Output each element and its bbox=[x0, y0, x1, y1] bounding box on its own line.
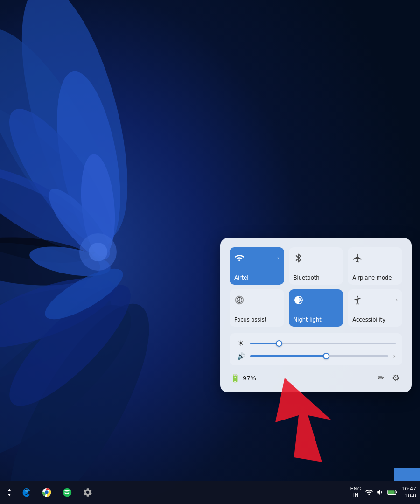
brightness-icon: ☀ bbox=[236, 339, 245, 348]
focus-icon bbox=[234, 295, 245, 305]
sliders-section: ☀ 🔊 › bbox=[230, 333, 402, 365]
focus-assist-icon-row bbox=[234, 295, 280, 305]
blue-rect-decoration bbox=[394, 468, 420, 481]
night-light-icon bbox=[294, 295, 304, 305]
airplane-label: Airplane mode bbox=[352, 274, 392, 281]
airplane-icon bbox=[352, 253, 363, 263]
accessibility-icon bbox=[352, 295, 363, 305]
tray-volume-icon[interactable] bbox=[376, 488, 385, 497]
volume-slider[interactable] bbox=[250, 355, 388, 357]
language-indicator[interactable]: ENGIN bbox=[350, 486, 362, 499]
svg-point-20 bbox=[89, 243, 107, 261]
quick-settings-grid: › Airtel Bluetooth Airplane mode bbox=[230, 247, 402, 327]
taskbar: ENGIN 10:47 10-0 bbox=[0, 481, 420, 504]
volume-slider-row: 🔊 › bbox=[236, 352, 396, 360]
bluetooth-tile[interactable]: Bluetooth bbox=[289, 247, 343, 285]
volume-expand-arrow[interactable]: › bbox=[393, 352, 396, 360]
svg-point-32 bbox=[63, 488, 71, 497]
volume-thumb bbox=[323, 353, 329, 359]
taskbar-right-area: ENGIN 10:47 10-0 bbox=[350, 485, 416, 500]
night-light-icon-row bbox=[294, 295, 339, 305]
volume-icon: 🔊 bbox=[236, 352, 245, 360]
bluetooth-tile-icon-row bbox=[294, 253, 339, 263]
taskbar-settings-app[interactable] bbox=[78, 483, 97, 502]
brightness-thumb bbox=[276, 340, 282, 347]
focus-assist-tile[interactable]: Focus assist bbox=[230, 289, 284, 327]
svg-line-25 bbox=[301, 298, 301, 299]
bluetooth-icon bbox=[294, 253, 304, 263]
qs-bottom-bar: 🔋 97% ✏ ⚙ bbox=[230, 371, 402, 385]
bluetooth-label: Bluetooth bbox=[294, 274, 320, 281]
svg-point-28 bbox=[357, 296, 358, 298]
wifi-tile[interactable]: › Airtel bbox=[230, 247, 284, 285]
taskbar-spotify-app[interactable] bbox=[58, 483, 77, 502]
wifi-icon bbox=[234, 253, 245, 263]
battery-icon: 🔋 bbox=[231, 374, 240, 383]
focus-assist-label: Focus assist bbox=[234, 316, 266, 323]
taskbar-overflow-button[interactable] bbox=[4, 487, 15, 498]
taskbar-apps bbox=[4, 483, 97, 502]
qs-action-buttons: ✏ ⚙ bbox=[376, 371, 401, 385]
svg-point-29 bbox=[25, 490, 29, 492]
brightness-slider-row: ☀ bbox=[236, 339, 396, 348]
svg-rect-35 bbox=[388, 490, 395, 494]
tray-icons bbox=[365, 488, 398, 497]
brightness-fill bbox=[250, 343, 279, 344]
accessibility-label: Accessibility bbox=[352, 316, 385, 323]
quick-settings-panel: › Airtel Bluetooth Airplane mode bbox=[220, 238, 412, 392]
night-light-label: Night light bbox=[294, 316, 322, 323]
accessibility-chevron: › bbox=[395, 297, 398, 303]
tray-battery-icon[interactable] bbox=[387, 489, 398, 496]
taskbar-edge-app[interactable] bbox=[17, 483, 35, 502]
battery-percent: 97% bbox=[243, 375, 256, 382]
edit-button[interactable]: ✏ bbox=[376, 371, 386, 385]
svg-point-31 bbox=[45, 490, 48, 494]
volume-fill bbox=[250, 355, 326, 357]
accessibility-tile-icon-row: › bbox=[352, 295, 398, 305]
settings-button[interactable]: ⚙ bbox=[390, 371, 401, 385]
night-light-tile[interactable]: Night light bbox=[289, 289, 343, 327]
clock-date: 10-0 bbox=[401, 492, 416, 499]
brightness-slider[interactable] bbox=[250, 343, 396, 344]
battery-info: 🔋 97% bbox=[231, 374, 256, 383]
svg-rect-34 bbox=[396, 491, 397, 493]
airplane-tile[interactable]: Airplane mode bbox=[348, 247, 402, 285]
tray-wifi-icon[interactable] bbox=[365, 488, 373, 497]
airplane-tile-icon-row bbox=[352, 253, 398, 263]
system-clock[interactable]: 10:47 10-0 bbox=[401, 485, 416, 500]
wifi-tile-icon-row: › bbox=[234, 253, 280, 263]
wifi-chevron: › bbox=[277, 255, 280, 261]
clock-time: 10:47 bbox=[401, 485, 416, 492]
accessibility-tile[interactable]: › Accessibility bbox=[348, 289, 402, 327]
taskbar-chrome-app[interactable] bbox=[37, 483, 56, 502]
wifi-label: Airtel bbox=[234, 274, 249, 281]
